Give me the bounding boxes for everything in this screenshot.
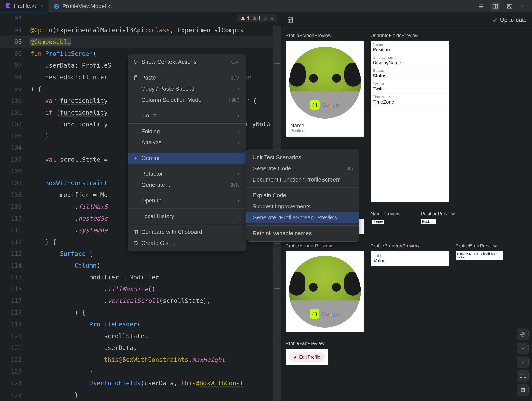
split-icon[interactable]: [491, 2, 500, 11]
svg-rect-14: [521, 388, 525, 392]
inspection-indicators[interactable]: 4 1 ∧ ∨: [238, 14, 277, 22]
next-highlight-icon[interactable]: ∨: [270, 15, 274, 21]
menu-item[interactable]: Analyze›: [128, 137, 246, 148]
kotlin-class-icon: C: [54, 3, 60, 9]
pan-icon[interactable]: [517, 329, 529, 340]
submenu-item[interactable]: Suggest Improvements: [246, 201, 359, 212]
menu-item[interactable]: Gemini›: [128, 153, 246, 164]
svg-text:C: C: [55, 4, 58, 8]
zoom-in-icon[interactable]: ＋: [517, 343, 529, 354]
bulb-icon: [133, 59, 139, 65]
more-icon[interactable]: [519, 3, 527, 10]
fit-screen-icon[interactable]: [517, 384, 529, 396]
preview-label: ProfileHeaderPreview: [286, 243, 364, 249]
svg-rect-3: [495, 4, 497, 8]
prev-highlight-icon[interactable]: ∧: [264, 15, 267, 21]
preview-label: ProfileScreenPreview: [286, 33, 364, 38]
github-icon: [133, 240, 139, 246]
svg-rect-11: [134, 230, 135, 234]
menu-item[interactable]: Copy / Paste Special›: [128, 83, 246, 94]
menu-item[interactable]: Open In›: [128, 195, 246, 206]
preview-status: Up-to-date: [492, 17, 527, 23]
preview-label: ProfilePropertyPreview: [371, 243, 449, 249]
svg-rect-13: [288, 18, 293, 22]
menu-item[interactable]: Create Gist…: [128, 238, 246, 249]
submenu-item[interactable]: Rethink variable names: [246, 228, 359, 239]
menu-item[interactable]: Folding›: [128, 126, 246, 137]
context-menu: Show Context Actions⌥↩Paste⌘VCopy / Past…: [128, 54, 246, 251]
menu-item[interactable]: Show Context Actions⌥↩: [128, 57, 246, 68]
menu-item[interactable]: Local History›: [128, 211, 246, 222]
tab-label: ProfileViewModel.kt: [62, 3, 112, 10]
menu-item[interactable]: Generate…⌘N: [128, 179, 246, 191]
preview-label: NamePreview: [371, 211, 414, 217]
image-icon[interactable]: [506, 3, 513, 10]
menu-item[interactable]: Column Selection Mode⇧⌘8: [128, 94, 246, 105]
close-icon[interactable]: ×: [40, 3, 43, 9]
preview-position: Position: [290, 129, 359, 133]
menu-item[interactable]: Compare with Clipboard: [128, 226, 246, 238]
gemini-icon: [133, 155, 139, 161]
weak-warning-count: 1: [258, 15, 261, 21]
editor-area[interactable]: 4 1 ∧ ∨ 93 94@OptIn(ExperimentalMaterial…: [0, 13, 281, 401]
svg-point-8: [522, 6, 523, 7]
submenu-item[interactable]: Generate Code…⌘\: [246, 163, 359, 174]
tab-label: Profile.kt: [14, 3, 36, 9]
layout-icon[interactable]: [286, 16, 294, 24]
zoom-out-icon[interactable]: －: [517, 356, 529, 368]
zoom-fit-icon[interactable]: 1:1: [517, 370, 529, 382]
submenu-item[interactable]: Unit Test Scenarios: [246, 152, 359, 163]
preview-label: ProfileErrorPreview: [456, 243, 503, 249]
preview-name: Name: [290, 122, 359, 129]
avatar-icon: { }Google: [289, 256, 361, 328]
menu-item[interactable]: Refactor›: [128, 168, 246, 179]
paste-icon: [133, 75, 139, 81]
warning-count: 4: [246, 15, 249, 21]
preview-label: ProfileFabPreview: [286, 341, 364, 346]
list-icon[interactable]: [477, 3, 485, 10]
submenu-item[interactable]: Explain Code: [246, 190, 359, 201]
tab-bar: Profile.kt × C ProfileViewModel.kt: [0, 0, 532, 13]
preview-label: UserInfoFieldsPreview: [371, 33, 449, 38]
kotlin-file-icon: [5, 3, 11, 9]
submenu-item[interactable]: Generate "ProfileScreen" Preview: [246, 212, 359, 223]
menu-item[interactable]: Paste⌘V: [128, 72, 246, 83]
tab-profile-kt[interactable]: Profile.kt ×: [0, 0, 48, 13]
svg-rect-2: [493, 4, 495, 8]
avatar-icon: { }Google: [289, 47, 361, 119]
svg-rect-12: [136, 230, 138, 234]
svg-point-7: [522, 6, 523, 6]
compare-icon: [133, 229, 139, 235]
preview-label: PositionPreview: [421, 211, 464, 217]
tab-profile-viewmodel-kt[interactable]: C ProfileViewModel.kt: [48, 0, 117, 13]
submenu-item[interactable]: Document Function "ProfileScreen": [246, 174, 359, 185]
edit-profile-button[interactable]: Edit Profile: [289, 352, 325, 362]
line-number: 93: [0, 13, 31, 24]
menu-item[interactable]: Go To›: [128, 110, 246, 121]
gemini-submenu: Unit Test ScenariosGenerate Code…⌘\Docum…: [246, 149, 360, 242]
